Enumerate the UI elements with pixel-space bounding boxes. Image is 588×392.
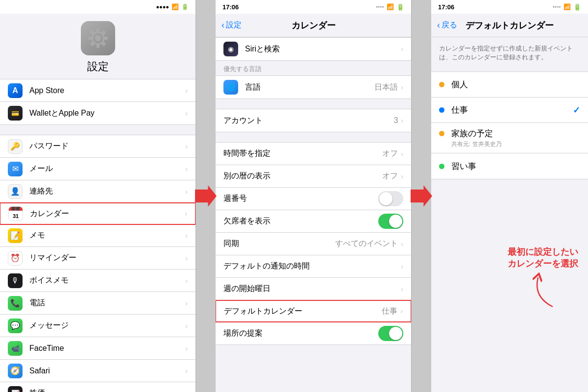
list-item-facetime[interactable]: 📹 FaceTime › bbox=[0, 337, 196, 360]
settings-header: 設定 bbox=[0, 14, 196, 79]
nav-title-3: デフォルトカレンダー bbox=[466, 20, 554, 31]
list-item-altcal[interactable]: 別の暦の表示 オフ › bbox=[216, 165, 411, 188]
siri-label: Siriと検索 bbox=[245, 44, 401, 54]
calendar-item-work[interactable]: 仕事 ✓ bbox=[431, 98, 588, 123]
weeknum-toggle[interactable] bbox=[378, 191, 403, 206]
messages-label: メッセージ bbox=[29, 320, 185, 331]
list-item-phone[interactable]: 📞 電話 › bbox=[0, 292, 196, 315]
status-icons-3: ···· 📶 🔋 bbox=[553, 3, 581, 11]
list-item-stocks[interactable]: 📈 株価 › bbox=[0, 382, 196, 392]
chevron-defaultcal: › bbox=[400, 307, 403, 315]
safari-icon: 🧭 bbox=[8, 364, 23, 378]
signal-3: ···· bbox=[553, 4, 561, 10]
chevron-altcal: › bbox=[401, 172, 403, 180]
mail-icon: ✉ bbox=[8, 162, 23, 176]
nav-back-3[interactable]: ‹ 戻る bbox=[437, 20, 457, 30]
list-item-calendar[interactable]: ⬛⬛ 31 カレンダー › bbox=[0, 202, 196, 225]
chevron-facetime: › bbox=[185, 344, 188, 352]
main-list-group: 🔑 パスワード › ✉ メール › 👤 連絡先 bbox=[0, 135, 196, 392]
calendar-item-personal[interactable]: 個人 bbox=[431, 72, 588, 98]
panel1-settings: ●●●● 📶 🔋 bbox=[0, 0, 196, 392]
accounts-group: アカウント 3 › bbox=[216, 109, 411, 132]
gap-3 bbox=[216, 132, 411, 142]
siri-group: ◉ Siriと検索 › bbox=[216, 37, 411, 61]
list-item-defaultalert[interactable]: デフォルトの通知の時間 › bbox=[216, 255, 411, 278]
chevron-sync: › bbox=[401, 240, 403, 248]
list-item-safari[interactable]: 🧭 Safari › bbox=[0, 360, 196, 382]
chevron-mail: › bbox=[185, 165, 188, 173]
gap-1 bbox=[0, 125, 196, 135]
list-item-locationsuggestions[interactable]: 場所の提案 bbox=[216, 322, 411, 344]
calendar-item-lessons[interactable]: 習い事 bbox=[431, 153, 588, 179]
calendar-settings-scroll[interactable]: ◉ Siriと検索 › 優先する言語 🌐 言語 日本語 › bbox=[216, 37, 411, 392]
list-item-sync[interactable]: 同期 すべてのイベント › bbox=[216, 233, 411, 255]
list-item-messages[interactable]: 💬 メッセージ › bbox=[0, 315, 196, 337]
calendar-list-group: 個人 仕事 ✓ 家族の予定 共有元: 笠井美史乃 bbox=[431, 72, 588, 179]
list-item-showdeclined[interactable]: 欠席者を表示 bbox=[216, 210, 411, 233]
locationsuggestions-toggle[interactable] bbox=[378, 326, 403, 341]
annotation-line1: 最初に設定したい bbox=[508, 246, 578, 258]
chevron-safari: › bbox=[185, 367, 188, 375]
safari-label: Safari bbox=[29, 367, 185, 375]
svg-rect-5 bbox=[104, 37, 108, 40]
chevron-password: › bbox=[185, 143, 188, 150]
top-list-group: A App Store › 💳 WalletとApple Pay › bbox=[0, 79, 196, 125]
messages-icon: 💬 bbox=[8, 318, 23, 333]
list-item-defaultcal[interactable]: デフォルトカレンダー 仕事 › bbox=[216, 300, 411, 322]
list-item-weeknum[interactable]: 週番号 bbox=[216, 188, 411, 210]
family-sub: 共有元: 笠井美史乃 bbox=[451, 141, 502, 147]
calendar-item-family[interactable]: 家族の予定 共有元: 笠井美史乃 bbox=[431, 123, 588, 153]
list-item-accounts[interactable]: アカウント 3 › bbox=[216, 109, 411, 132]
locationsuggestions-toggle-knob bbox=[389, 327, 402, 340]
list-item-appstore[interactable]: A App Store › bbox=[0, 79, 196, 102]
panel2-calendar: 17:06 ···· 📶 🔋 ‹ 設定 カレンダー ◉ S bbox=[216, 0, 412, 392]
chevron-contacts: › bbox=[185, 188, 188, 196]
status-time-3: 17:06 bbox=[438, 3, 454, 11]
svg-rect-4 bbox=[88, 37, 92, 40]
language-icon: 🌐 bbox=[223, 80, 238, 95]
list-item-contacts[interactable]: 👤 連絡先 › bbox=[0, 180, 196, 203]
altcal-label: 別の暦の表示 bbox=[223, 171, 382, 181]
list-item-wallet[interactable]: 💳 WalletとApple Pay › bbox=[0, 102, 196, 124]
lang-group: 🌐 言語 日本語 › bbox=[216, 75, 411, 99]
reminders-icon: ⏰ bbox=[8, 251, 23, 266]
svg-rect-3 bbox=[97, 44, 99, 48]
contacts-label: 連絡先 bbox=[29, 186, 185, 196]
timezone-value: オフ bbox=[382, 148, 398, 159]
list-item-voicememo[interactable]: 🎙 ボイスメモ › bbox=[0, 270, 196, 292]
list-item-startday[interactable]: 週の開始曜日 › bbox=[216, 278, 411, 300]
chevron-messages: › bbox=[185, 322, 188, 330]
siri-icon: ◉ bbox=[223, 42, 238, 56]
work-dot bbox=[439, 107, 444, 113]
phone-label: 電話 bbox=[29, 298, 185, 308]
mail-label: メール bbox=[29, 164, 185, 174]
settings-scroll[interactable]: A App Store › 💳 WalletとApple Pay › bbox=[0, 79, 196, 392]
accounts-value: 3 bbox=[393, 116, 398, 125]
weeknum-label: 週番号 bbox=[223, 194, 378, 204]
password-label: パスワード bbox=[29, 141, 185, 151]
status-icons-1: ●●●● 📶 🔋 bbox=[156, 3, 189, 10]
list-item-language[interactable]: 🌐 言語 日本語 › bbox=[216, 76, 411, 98]
nav-back-label-2: 設定 bbox=[226, 20, 242, 30]
list-item-reminders[interactable]: ⏰ リマインダー › bbox=[0, 247, 196, 270]
startday-label: 週の開始曜日 bbox=[223, 284, 401, 294]
list-item-mail[interactable]: ✉ メール › bbox=[0, 158, 196, 180]
list-item-siri[interactable]: ◉ Siriと検索 › bbox=[216, 38, 411, 60]
list-item-password[interactable]: 🔑 パスワード › bbox=[0, 135, 196, 158]
chevron-reminders: › bbox=[185, 254, 188, 262]
chevron-defaultalert: › bbox=[401, 263, 403, 270]
list-item-notes[interactable]: 📝 メモ › bbox=[0, 224, 196, 247]
nav-back-label-3: 戻る bbox=[441, 20, 457, 30]
gear-icon bbox=[86, 26, 110, 50]
phone-icon: 📞 bbox=[8, 296, 23, 311]
showdeclined-label: 欠席者を表示 bbox=[223, 216, 378, 226]
defaultcal-label: デフォルトカレンダー bbox=[224, 306, 382, 317]
calendar-icon: ⬛⬛ 31 bbox=[8, 206, 23, 221]
nav-back-2[interactable]: ‹ 設定 bbox=[221, 20, 242, 30]
list-item-timezone[interactable]: 時間帯を指定 オフ › bbox=[216, 143, 411, 165]
stocks-label: 株価 bbox=[29, 388, 185, 392]
lessons-name: 習い事 bbox=[451, 161, 580, 172]
showdeclined-toggle[interactable] bbox=[378, 214, 403, 229]
settings-title: 設定 bbox=[87, 59, 109, 74]
defaultcal-scroll[interactable]: カレンダーを指定せずに作成した新規イベントは、このカレンダーに登録されます。 個… bbox=[431, 37, 588, 392]
